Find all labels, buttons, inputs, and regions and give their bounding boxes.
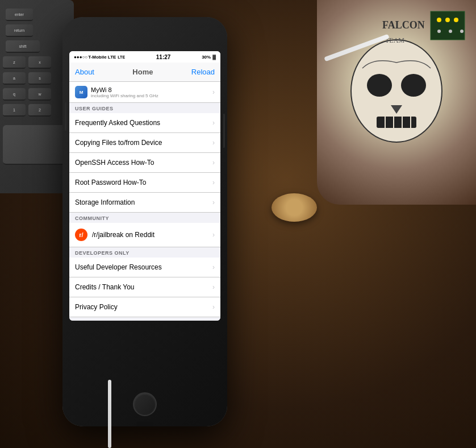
keyboard-key-w: w xyxy=(28,88,51,101)
list-item-root-password[interactable]: Root Password How-To › xyxy=(69,173,220,193)
svg-rect-10 xyxy=(431,11,465,40)
list-item-dev-resources[interactable]: Useful Developer Resources › xyxy=(69,258,220,277)
chevron-icon: › xyxy=(212,88,215,96)
section-header-user-guides: USER GUIDES xyxy=(69,103,220,113)
signal-bars: ●●●○○ xyxy=(74,55,87,60)
list-item-copying-files[interactable]: Copying Files to/from Device › xyxy=(69,133,220,153)
keyboard-key-a: a xyxy=(3,72,26,85)
list-item-faq[interactable]: Frequently Asked Questions › xyxy=(69,113,220,133)
chevron-icon: › xyxy=(212,231,215,239)
clock: 11:27 xyxy=(156,54,171,60)
svg-text:FALCON: FALCON xyxy=(382,19,425,31)
svg-point-2 xyxy=(401,74,426,97)
keyboard-key-spacebar xyxy=(3,125,68,165)
mywi-info: MyWi 8 including WiFi sharing and 5 GHz xyxy=(91,86,158,98)
list-item-privacy[interactable]: Privacy Policy › xyxy=(69,297,220,317)
lightning-cable xyxy=(108,380,111,448)
list-item-storage[interactable]: Storage Information › xyxy=(69,193,220,213)
status-right: 30% ▓ xyxy=(202,55,216,60)
svg-point-11 xyxy=(437,18,441,22)
phone-device: ●●●○○ T-Mobile LTE LTE 11:27 30% ▓ About… xyxy=(62,17,227,426)
keyboard-key-return: return xyxy=(6,24,33,37)
section-header-community: COMMUNITY xyxy=(69,213,220,223)
svg-point-1 xyxy=(367,74,392,97)
chevron-icon: › xyxy=(212,263,215,271)
status-bar: ●●●○○ T-Mobile LTE LTE 11:27 30% ▓ xyxy=(69,51,220,63)
battery-icon: ▓ xyxy=(212,55,216,60)
skull-svg: FALCON TEAM xyxy=(317,0,476,205)
keyboard-key-shift: shift xyxy=(6,40,40,53)
section-header-developers: DEVELOPERS ONLY xyxy=(69,247,220,258)
nav-reload-button[interactable]: Reload xyxy=(191,68,215,76)
keyboard-key-1: 1 xyxy=(3,104,26,117)
mywi-row[interactable]: M MyWi 8 including WiFi sharing and 5 GH… xyxy=(69,82,220,103)
copying-files-label: Copying Files to/from Device xyxy=(75,139,162,147)
mywi-title: MyWi 8 xyxy=(91,86,158,93)
mywi-subtitle: including WiFi sharing and 5 GHz xyxy=(91,93,158,98)
root-password-label: Root Password How-To xyxy=(75,179,146,186)
mywi-left: M MyWi 8 including WiFi sharing and 5 GH… xyxy=(75,86,158,98)
faq-label: Frequently Asked Questions xyxy=(75,119,160,127)
mywi-app-icon: M xyxy=(75,86,87,98)
navigation-bar: About Home Reload xyxy=(69,63,220,82)
list-item-credits[interactable]: Credits / Thank You › xyxy=(69,277,220,297)
keyboard-key-q: q xyxy=(3,88,26,101)
lte-indicator: LTE xyxy=(118,55,125,59)
chevron-icon: › xyxy=(212,179,215,186)
coin-battery xyxy=(272,193,317,222)
svg-point-15 xyxy=(449,30,452,33)
credits-label: Credits / Thank You xyxy=(75,283,135,291)
chevron-icon: › xyxy=(212,303,215,311)
carrier-label: T-Mobile LTE xyxy=(88,55,116,60)
reddit-icon: r/ xyxy=(75,229,87,241)
status-left: ●●●○○ T-Mobile LTE LTE xyxy=(74,55,125,60)
keyboard-key-x: x xyxy=(28,56,51,69)
version-info: iPhone8,1, iOS 9.3.4, Cydia 1.1.26 (en-u… xyxy=(102,320,188,321)
chevron-icon: › xyxy=(212,119,215,127)
chevron-icon: › xyxy=(212,139,215,147)
keyboard-key-z: z xyxy=(3,56,26,69)
reddit-label: /r/jailbreak on Reddit xyxy=(92,231,155,239)
svg-point-14 xyxy=(437,30,441,33)
dev-resources-label: Useful Developer Resources xyxy=(75,263,162,271)
lightning-port xyxy=(136,422,153,426)
battery-percent: 30% xyxy=(202,55,211,60)
keyboard-key-s: s xyxy=(28,72,51,85)
chevron-icon: › xyxy=(212,159,215,167)
svg-point-12 xyxy=(445,18,450,22)
storage-label: Storage Information xyxy=(75,198,135,206)
chevron-icon: › xyxy=(212,283,215,291)
privacy-label: Privacy Policy xyxy=(75,303,118,311)
list-item-reddit[interactable]: r/ /r/jailbreak on Reddit › xyxy=(69,223,220,247)
volume-button xyxy=(65,102,66,131)
openssh-label: OpenSSH Access How-To xyxy=(75,159,154,167)
keyboard-key-2: 2 xyxy=(28,104,51,117)
power-button xyxy=(223,114,225,148)
screen-footer: iPhone8,1, iOS 9.3.4, Cydia 1.1.26 (en-u… xyxy=(69,317,220,321)
skull-decoration: FALCON TEAM xyxy=(317,0,476,205)
reddit-item-left: r/ /r/jailbreak on Reddit xyxy=(75,229,155,241)
nav-about-button[interactable]: About xyxy=(75,68,94,76)
phone-screen: ●●●○○ T-Mobile LTE LTE 11:27 30% ▓ About… xyxy=(69,51,220,321)
svg-point-13 xyxy=(454,18,458,22)
svg-point-16 xyxy=(460,30,464,33)
home-button[interactable] xyxy=(133,392,157,416)
content-area: USER GUIDES Frequently Asked Questions ›… xyxy=(69,103,220,321)
list-item-openssh[interactable]: OpenSSH Access How-To › xyxy=(69,153,220,173)
keyboard-key-enter: enter xyxy=(6,9,33,21)
chevron-icon: › xyxy=(212,198,215,206)
nav-home-title: Home xyxy=(132,68,153,76)
